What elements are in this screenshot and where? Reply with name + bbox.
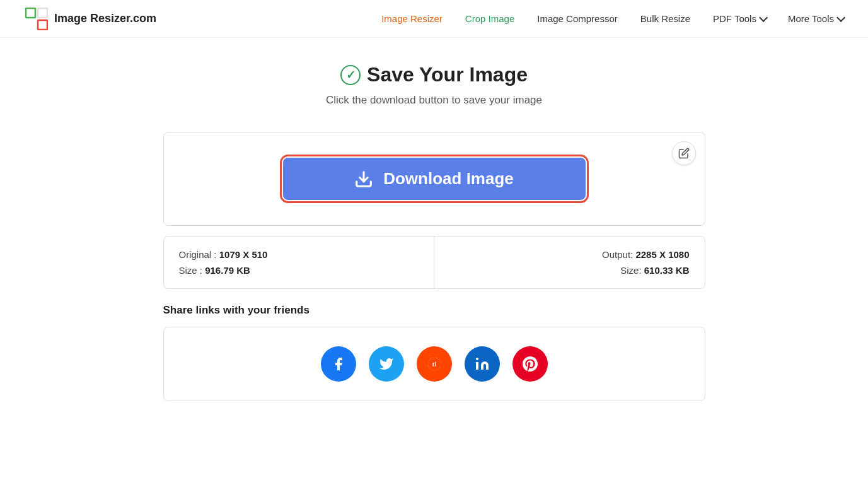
- nav-links: Image Resizer Crop Image Image Compresso…: [381, 13, 843, 25]
- svg-rect-2: [38, 8, 47, 18]
- original-size-row: Size : 916.79 KB: [179, 265, 419, 276]
- svg-rect-1: [38, 20, 47, 30]
- svg-rect-6: [476, 362, 478, 370]
- linkedin-share-button[interactable]: [465, 346, 500, 382]
- main-content: ✓ Save Your Image Click the download but…: [151, 38, 718, 439]
- nav-item-image-compressor[interactable]: Image Compressor: [537, 13, 618, 25]
- share-card: r/: [163, 327, 705, 401]
- nav-item-image-resizer[interactable]: Image Resizer: [381, 13, 443, 25]
- pinterest-icon: [523, 356, 538, 372]
- nav-item-pdf-tools[interactable]: PDF Tools: [713, 13, 765, 24]
- output-size: 610.33 KB: [644, 265, 690, 276]
- original-size-label: Size :: [179, 265, 203, 276]
- download-button[interactable]: Download Image: [283, 158, 586, 200]
- output-dimensions-row: Output: 2285 X 1080: [449, 249, 690, 260]
- pinterest-share-button[interactable]: [512, 346, 548, 382]
- nav-link-image-resizer[interactable]: Image Resizer: [381, 13, 443, 24]
- download-button-label: Download Image: [383, 169, 514, 189]
- download-icon: [354, 170, 373, 189]
- nav-item-more-tools[interactable]: More Tools: [788, 13, 843, 24]
- more-tools-chevron-icon: [836, 13, 845, 21]
- output-size-row: Size: 610.33 KB: [449, 265, 690, 276]
- svg-rect-0: [26, 8, 35, 18]
- nav-link-pdf-tools[interactable]: PDF Tools: [713, 13, 765, 24]
- share-section: Share links with your friends r/: [163, 304, 705, 401]
- edit-button[interactable]: [672, 141, 696, 165]
- twitter-share-button[interactable]: [369, 346, 404, 382]
- output-label: Output:: [602, 249, 633, 260]
- download-btn-wrapper: Download Image: [183, 158, 686, 200]
- facebook-icon: [331, 356, 346, 372]
- original-size: 916.79 KB: [205, 265, 250, 276]
- facebook-share-button[interactable]: [321, 346, 356, 382]
- logo-area[interactable]: Image Resizer.com: [25, 8, 156, 30]
- share-title: Share links with your friends: [163, 304, 705, 317]
- page-header: ✓ Save Your Image Click the download but…: [163, 63, 705, 107]
- nav-link-image-compressor[interactable]: Image Compressor: [537, 13, 618, 24]
- output-size-label: Size:: [620, 265, 641, 276]
- original-dimensions-row: Original : 1079 X 510: [179, 249, 419, 260]
- original-dimensions: 1079 X 510: [219, 249, 268, 260]
- pdf-tools-chevron-icon: [759, 13, 768, 21]
- nav-link-crop-image[interactable]: Crop Image: [465, 13, 514, 24]
- nav-link-bulk-resize[interactable]: Bulk Resize: [640, 13, 690, 24]
- output-info: Output: 2285 X 1080 Size: 610.33 KB: [434, 237, 705, 288]
- linkedin-icon: [475, 356, 490, 372]
- download-card: Download Image: [163, 132, 705, 226]
- page-title: ✓ Save Your Image: [163, 63, 705, 86]
- svg-text:r/: r/: [432, 361, 436, 368]
- nav-item-crop-image[interactable]: Crop Image: [465, 13, 514, 25]
- logo-icon: [25, 8, 48, 30]
- twitter-icon: [379, 356, 394, 372]
- original-info: Original : 1079 X 510 Size : 916.79 KB: [164, 237, 435, 288]
- nav-link-more-tools[interactable]: More Tools: [788, 13, 843, 24]
- page-subtitle: Click the download button to save your i…: [163, 94, 705, 107]
- output-dimensions: 2285 X 1080: [635, 249, 689, 260]
- logo-text: Image Resizer.com: [54, 12, 156, 25]
- nav-item-bulk-resize[interactable]: Bulk Resize: [640, 13, 690, 25]
- check-icon: ✓: [340, 65, 361, 85]
- image-info-card: Original : 1079 X 510 Size : 916.79 KB O…: [163, 236, 705, 289]
- svg-point-7: [476, 358, 478, 360]
- pencil-icon: [678, 148, 690, 159]
- original-label: Original :: [179, 249, 217, 260]
- reddit-icon: r/: [427, 356, 442, 372]
- navbar: Image Resizer.com Image Resizer Crop Ima…: [0, 0, 868, 38]
- reddit-share-button[interactable]: r/: [417, 346, 452, 382]
